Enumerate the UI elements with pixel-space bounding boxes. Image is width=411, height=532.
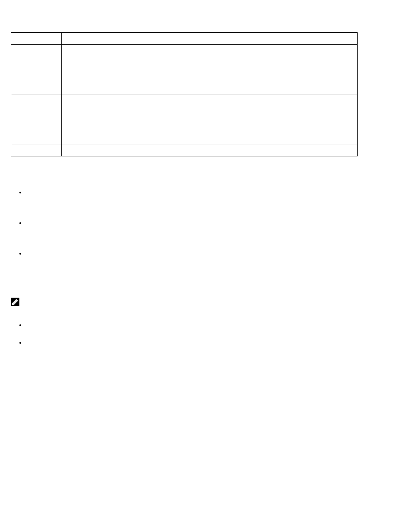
note-row — [11, 298, 400, 306]
table-cell — [11, 33, 62, 45]
bullet-list-1 — [26, 189, 400, 257]
table-cell — [62, 144, 358, 156]
table-cell — [11, 94, 62, 132]
table-cell — [11, 45, 62, 94]
table-cell — [62, 33, 358, 45]
list-item — [26, 219, 400, 226]
list-item — [26, 339, 400, 346]
list-item — [26, 250, 400, 257]
bullet-list-2 — [26, 321, 400, 346]
table-cell — [11, 144, 62, 156]
table-cell — [62, 94, 358, 132]
table-cell — [11, 132, 62, 144]
table-cell — [62, 132, 358, 144]
main-table — [11, 32, 358, 156]
note-pencil-icon — [11, 298, 19, 306]
table-cell — [62, 45, 358, 94]
list-item — [26, 321, 400, 328]
list-item — [26, 189, 400, 196]
